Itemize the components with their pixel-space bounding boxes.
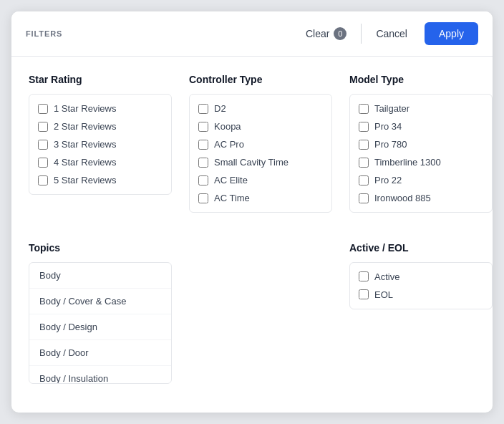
- model-type-checkbox[interactable]: [359, 104, 369, 114]
- list-item[interactable]: AC Pro: [198, 139, 323, 150]
- controller-type-label: Small Cavity Time: [214, 157, 289, 168]
- list-item[interactable]: 2 Star Reviews: [38, 121, 163, 132]
- list-item[interactable]: 5 Star Reviews: [38, 175, 163, 186]
- clear-label: Clear: [306, 28, 329, 39]
- controller-type-label: D2: [214, 103, 226, 114]
- star-rating-label: 5 Star Reviews: [54, 175, 116, 186]
- active-eol-label: EOL: [374, 289, 393, 300]
- list-item[interactable]: 3 Star Reviews: [38, 139, 163, 150]
- modal-header: FILTERS Clear 0 Cancel Apply: [11, 11, 493, 57]
- model-type-checkbox[interactable]: [359, 175, 369, 186]
- model-type-label: Pro 780: [374, 139, 407, 150]
- list-item[interactable]: EOL: [359, 289, 483, 300]
- model-type-section: Model Type TailgaterPro 34Pro 780Timberl…: [349, 74, 493, 225]
- star-rating-label: 3 Star Reviews: [54, 139, 116, 150]
- model-type-label: Pro 22: [374, 175, 402, 186]
- model-type-label: Timberline 1300: [374, 157, 441, 168]
- controller-type-title: Controller Type: [189, 74, 332, 85]
- list-item[interactable]: D2: [198, 103, 323, 114]
- model-type-checkbox[interactable]: [359, 193, 369, 203]
- list-item[interactable]: 1 Star Reviews: [38, 103, 163, 114]
- controller-type-checkbox[interactable]: [198, 193, 208, 203]
- controller-type-label: AC Pro: [214, 139, 244, 150]
- header-actions: Clear 0 Cancel Apply: [294, 21, 478, 46]
- list-item[interactable]: Pro 780: [359, 139, 483, 150]
- active-eol-title: Active / EOL: [349, 242, 493, 254]
- list-item[interactable]: Active: [359, 271, 483, 282]
- controller-type-checkbox[interactable]: [198, 104, 208, 114]
- star-rating-checkbox[interactable]: [38, 158, 48, 168]
- list-item[interactable]: Ironwood 885: [359, 193, 483, 203]
- active-eol-checkbox[interactable]: [359, 289, 369, 299]
- controller-type-checkbox[interactable]: [198, 122, 208, 132]
- controller-type-list[interactable]: D2KoopaAC ProSmall Cavity TimeAC EliteAC…: [189, 94, 332, 213]
- star-rating-label: 1 Star Reviews: [54, 103, 116, 114]
- model-type-title: Model Type: [349, 74, 493, 85]
- model-type-checkbox[interactable]: [359, 158, 369, 168]
- star-rating-title: Star Rating: [29, 74, 172, 85]
- controller-type-checkbox[interactable]: [198, 140, 208, 150]
- list-item[interactable]: AC Elite: [198, 175, 323, 186]
- topics-list[interactable]: BodyBody / Cover & CaseBody / DesignBody…: [29, 262, 172, 384]
- list-item[interactable]: Body / Insulation: [29, 366, 171, 384]
- list-item[interactable]: AC Time: [198, 193, 323, 203]
- list-item[interactable]: Pro 34: [359, 121, 483, 132]
- vertical-divider: [361, 24, 362, 44]
- filter-body: Star Rating 1 Star Reviews2 Star Reviews…: [11, 57, 493, 413]
- list-item[interactable]: Tailgater: [359, 103, 483, 114]
- model-type-checkbox[interactable]: [359, 122, 369, 132]
- model-type-checkbox[interactable]: [359, 140, 369, 150]
- clear-button[interactable]: Clear 0: [294, 21, 358, 46]
- topics-title: Topics: [29, 242, 172, 254]
- list-item[interactable]: 4 Star Reviews: [38, 157, 163, 168]
- star-rating-checkbox[interactable]: [38, 175, 48, 186]
- list-item[interactable]: Body / Design: [29, 314, 171, 340]
- star-rating-label: 4 Star Reviews: [54, 157, 116, 168]
- model-type-label: Tailgater: [374, 103, 410, 114]
- clear-count: 0: [334, 27, 346, 40]
- controller-type-checkbox[interactable]: [198, 175, 208, 186]
- cancel-button[interactable]: Cancel: [364, 22, 419, 45]
- apply-button[interactable]: Apply: [425, 22, 478, 45]
- filter-modal: FILTERS Clear 0 Cancel Apply Star Rating…: [11, 11, 493, 413]
- star-rating-section: Star Rating 1 Star Reviews2 Star Reviews…: [29, 74, 172, 225]
- model-type-label: Ironwood 885: [374, 193, 431, 203]
- active-eol-section: Active / EOL ActiveEOL: [349, 242, 493, 396]
- list-item[interactable]: Timberline 1300: [359, 157, 483, 168]
- list-item[interactable]: Pro 22: [359, 175, 483, 186]
- list-item[interactable]: Body / Door: [29, 340, 171, 366]
- controller-type-checkbox[interactable]: [198, 158, 208, 168]
- topics-section: Topics BodyBody / Cover & CaseBody / Des…: [29, 242, 172, 396]
- star-rating-label: 2 Star Reviews: [54, 121, 116, 132]
- model-type-list[interactable]: TailgaterPro 34Pro 780Timberline 1300Pro…: [349, 94, 493, 213]
- list-item[interactable]: Small Cavity Time: [198, 157, 323, 168]
- active-eol-list: ActiveEOL: [349, 262, 493, 309]
- star-rating-list: 1 Star Reviews2 Star Reviews3 Star Revie…: [29, 94, 172, 195]
- controller-type-label: AC Elite: [214, 175, 248, 186]
- model-type-label: Pro 34: [374, 121, 402, 132]
- controller-type-label: AC Time: [214, 193, 250, 203]
- controller-type-label: Koopa: [214, 121, 241, 132]
- active-eol-label: Active: [374, 271, 399, 282]
- filters-title: FILTERS: [26, 29, 62, 38]
- controller-type-section: Controller Type D2KoopaAC ProSmall Cavit…: [189, 74, 332, 225]
- list-item[interactable]: Body: [29, 263, 171, 289]
- list-item[interactable]: Koopa: [198, 121, 323, 132]
- star-rating-checkbox[interactable]: [38, 122, 48, 132]
- list-item[interactable]: Body / Cover & Case: [29, 289, 171, 314]
- active-eol-checkbox[interactable]: [359, 271, 369, 281]
- star-rating-checkbox[interactable]: [38, 104, 48, 114]
- star-rating-checkbox[interactable]: [38, 140, 48, 150]
